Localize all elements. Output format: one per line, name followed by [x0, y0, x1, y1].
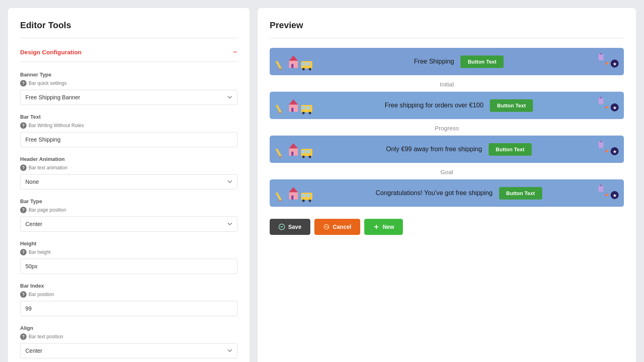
banner-goal-deco-svg [274, 182, 318, 204]
svg-point-9 [309, 68, 311, 70]
banner-goal-text: Congratulations! You've got free shippin… [376, 189, 492, 197]
svg-marker-19 [289, 99, 298, 105]
align-select[interactable]: Center Left Right [20, 343, 237, 358]
banner-type-hint-text: Bar quick settings [29, 80, 67, 86]
bar-index-input[interactable] [20, 301, 237, 316]
banner-top-decorations [270, 48, 322, 75]
banner-progress-button[interactable]: Button Text [489, 143, 532, 156]
banner-top-content: Free Shipping Button Text [270, 56, 624, 68]
svg-rect-39 [307, 150, 310, 153]
svg-point-8 [302, 68, 305, 70]
banner-initial-deco-svg [274, 95, 318, 116]
bar-text-hint-icon: ? [20, 122, 27, 129]
svg-point-41 [309, 156, 311, 158]
banner-progress-content: Only €99 away from free shipping Button … [270, 143, 624, 156]
align-field: Align ? Bar text position Center Left Ri… [20, 325, 237, 358]
svg-rect-55 [307, 194, 310, 197]
banner-initial-text: Free shipping for orders over €100 [385, 102, 483, 109]
new-button[interactable]: New [364, 219, 403, 235]
banner-goal-decorations [270, 179, 322, 207]
height-hint-text: Bar height [29, 249, 51, 255]
bar-type-label: Bar Type [20, 198, 237, 204]
svg-rect-7 [307, 62, 310, 66]
svg-point-40 [302, 156, 305, 158]
banner-initial-decorations [270, 92, 322, 119]
svg-rect-42 [599, 142, 603, 148]
svg-marker-3 [289, 56, 298, 61]
banner-top-button[interactable]: Button Text [460, 56, 504, 68]
height-label: Height [20, 241, 237, 247]
svg-rect-43 [600, 141, 602, 142]
banner-initial-right-svg: ★ [597, 95, 621, 116]
svg-rect-0 [276, 61, 282, 70]
header-animation-hint-text: Bar text animation [29, 165, 68, 171]
preview-initial-label: Initial [270, 81, 624, 88]
save-button[interactable]: Save [270, 219, 310, 235]
bar-index-field: Bar Index ? Bar position [20, 283, 237, 316]
svg-rect-52 [291, 195, 293, 200]
bar-text-hint-text: Bar Writing Without Rules [29, 123, 84, 128]
svg-marker-35 [289, 143, 298, 148]
svg-rect-22 [302, 106, 305, 109]
height-input[interactable] [20, 259, 237, 274]
svg-point-25 [309, 112, 311, 114]
svg-rect-59 [600, 185, 602, 186]
bar-text-input[interactable] [20, 132, 237, 147]
svg-text:★: ★ [613, 149, 617, 154]
banner-top: Free Shipping Button Text ★ [270, 48, 624, 75]
cancel-button[interactable]: Cancel [314, 219, 360, 235]
bar-type-hint-icon: ? [20, 207, 27, 213]
banner-goal-button[interactable]: Button Text [499, 187, 542, 200]
bar-text-label: Bar Text [20, 114, 237, 120]
banner-type-hint: ? Bar quick settings [20, 80, 237, 86]
banner-type-field: Banner Type ? Bar quick settings Free Sh… [20, 72, 237, 105]
height-hint-icon: ? [20, 249, 27, 255]
header-animation-label: Header Animation [20, 156, 237, 162]
header-animation-hint: ? Bar text animation [20, 165, 237, 171]
banner-initial-content: Free shipping for orders over €100 Butto… [270, 99, 624, 112]
editor-panel: Editor Tools Design Configuration − Bann… [8, 8, 250, 362]
banner-progress-text: Only €99 away from free shipping [386, 146, 482, 153]
action-buttons-row: Save Cancel New [270, 219, 624, 235]
collapse-button[interactable]: − [233, 48, 237, 56]
banner-top-deco-svg [274, 51, 318, 72]
align-label: Align [20, 325, 237, 331]
align-hint: ? Bar text position [20, 333, 237, 340]
svg-text:★: ★ [613, 105, 617, 111]
svg-point-57 [309, 200, 311, 202]
banner-goal-right-svg: ★ [597, 182, 621, 204]
bar-index-hint-icon: ? [20, 291, 27, 298]
bar-type-hint: ? Bar page position [20, 207, 237, 213]
bar-type-hint-text: Bar page position [29, 207, 66, 213]
bar-type-select[interactable]: Center Top Bottom [20, 216, 237, 232]
section-header: Design Configuration − [20, 48, 237, 62]
svg-point-24 [302, 112, 305, 114]
svg-text:★: ★ [613, 193, 617, 198]
banner-progress-deco-svg [274, 138, 318, 160]
banner-top-text: Free Shipping [414, 58, 454, 65]
banner-goal: Congratulations! You've got free shippin… [270, 179, 624, 207]
svg-rect-58 [599, 185, 603, 192]
svg-rect-27 [600, 97, 602, 99]
cancel-icon [323, 224, 330, 230]
panel-title: Editor Tools [20, 20, 237, 38]
svg-rect-6 [302, 62, 305, 66]
banner-progress-deco-right: ★ [596, 136, 624, 163]
banner-top-deco-right: ★ [596, 48, 624, 75]
svg-rect-26 [599, 98, 603, 104]
align-hint-icon: ? [20, 333, 27, 340]
svg-rect-11 [600, 53, 602, 55]
svg-rect-36 [291, 152, 293, 156]
banner-initial-deco-right: ★ [596, 92, 624, 119]
header-animation-field: Header Animation ? Bar text animation No… [20, 156, 237, 189]
bar-text-field: Bar Text ? Bar Writing Without Rules [20, 114, 237, 147]
svg-rect-54 [302, 194, 305, 197]
banner-type-select[interactable]: Free Shipping Banner Announcement Banner… [20, 90, 237, 105]
header-animation-hint-icon: ? [20, 165, 27, 171]
header-animation-select[interactable]: None Slide Fade Bounce [20, 174, 237, 189]
svg-text:★: ★ [613, 61, 617, 67]
banner-goal-deco-right: ★ [596, 179, 624, 207]
bar-text-hint: ? Bar Writing Without Rules [20, 122, 237, 129]
preview-title: Preview [270, 20, 624, 38]
banner-initial-button[interactable]: Button Text [490, 99, 533, 112]
